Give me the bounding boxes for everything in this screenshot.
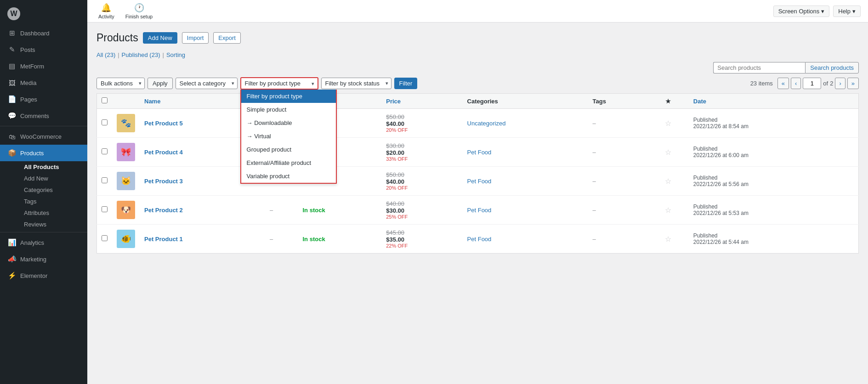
published-date: 2022/12/26 at 5:56 am: [693, 181, 854, 187]
sidebar-item-products[interactable]: 📦 Products: [0, 145, 87, 161]
finish-setup-button[interactable]: 🕐 Finish setup: [122, 2, 156, 20]
prev-page-button[interactable]: ‹: [791, 78, 801, 89]
featured-star-icon[interactable]: ☆: [665, 206, 671, 214]
th-date[interactable]: Date: [689, 94, 859, 109]
sidebar-item-label: WooCommerce: [20, 133, 62, 140]
row-checkbox[interactable]: [102, 148, 108, 154]
sidebar-item-label: Marketing: [20, 256, 46, 263]
featured-star-icon[interactable]: ☆: [665, 148, 671, 156]
row-tags-cell: –: [588, 138, 648, 167]
th-categories: Categories: [463, 94, 588, 109]
filter-stock-status-select[interactable]: Filter by stock status: [321, 78, 391, 89]
dropdown-item-variable-product[interactable]: Variable product: [241, 169, 336, 183]
th-tags: Tags: [588, 94, 648, 109]
activity-label: Activity: [98, 14, 114, 19]
sidebar-item-analytics[interactable]: 📊 Analytics: [0, 234, 87, 251]
price-discount: 25% OFF: [386, 214, 458, 220]
dropdown-item-simple-product[interactable]: Simple product: [241, 103, 336, 116]
sidebar-sub-add-new[interactable]: Add New: [20, 173, 87, 184]
row-checkbox-cell: [97, 225, 113, 254]
sidebar-item-dashboard[interactable]: ⊞ Dashboard: [0, 25, 87, 41]
sidebar-item-media[interactable]: 🖼 Media: [0, 74, 87, 91]
sidebar-sub-categories[interactable]: Categories: [20, 184, 87, 196]
featured-star-icon[interactable]: ☆: [665, 235, 671, 243]
select-category-select[interactable]: Select a category: [176, 78, 238, 89]
screen-options-button[interactable]: Screen Options ▾: [773, 6, 830, 17]
row-checkbox[interactable]: [102, 119, 108, 125]
row-checkbox[interactable]: [102, 206, 108, 212]
finish-setup-icon: 🕐: [134, 3, 144, 13]
category-link[interactable]: Pet Food: [467, 207, 492, 214]
sidebar-sub-tags[interactable]: Tags: [20, 196, 87, 207]
search-button[interactable]: Search products: [805, 62, 859, 73]
sidebar-item-elementor[interactable]: ⚡ Elementor: [0, 267, 87, 284]
filter-button[interactable]: Filter: [394, 78, 418, 89]
apply-button[interactable]: Apply: [148, 78, 173, 89]
add-new-button[interactable]: Add New: [143, 32, 177, 44]
product-name-link[interactable]: Pet Product 5: [144, 120, 183, 127]
export-button[interactable]: Export: [213, 32, 241, 44]
th-price[interactable]: Price: [381, 94, 462, 109]
sorting-filter-link[interactable]: Sorting: [166, 51, 185, 58]
next-page-button[interactable]: ›: [835, 78, 845, 89]
bulk-actions-select[interactable]: Bulk actions: [96, 78, 145, 89]
sidebar-item-label: Comments: [20, 113, 49, 119]
select-all-checkbox[interactable]: [102, 97, 108, 103]
row-checkbox[interactable]: [102, 177, 108, 183]
page-title: Products: [96, 32, 138, 44]
stock-status: In stock: [302, 207, 325, 214]
first-page-button[interactable]: «: [777, 78, 789, 89]
row-date-cell: Published 2022/12/26 at 5:53 am: [689, 196, 859, 225]
category-link[interactable]: Uncategorized: [467, 120, 506, 127]
product-name-link[interactable]: Pet Product 4: [144, 149, 183, 156]
sidebar-item-comments[interactable]: 💬 Comments: [0, 107, 87, 124]
category-link[interactable]: Pet Food: [467, 236, 492, 243]
sidebar-item-woocommerce[interactable]: 🛍 WooCommerce: [0, 128, 87, 145]
select-category-wrap: Select a category: [176, 78, 238, 89]
table-row: 🐶 Pet Product 2 – In stock $40.00 $30.00…: [97, 196, 859, 225]
product-name-link[interactable]: Pet Product 2: [144, 207, 183, 214]
sidebar-item-pages[interactable]: 📄 Pages: [0, 91, 87, 107]
product-name-link[interactable]: Pet Product 3: [144, 178, 183, 185]
import-button[interactable]: Import: [182, 32, 209, 44]
table-row: 🐱 Pet Product 3 – In stock $50.00 $40.00…: [97, 167, 859, 196]
row-name-cell: Pet Product 1: [140, 225, 265, 254]
wp-logo-icon: W: [7, 7, 20, 20]
sidebar-sub-reviews[interactable]: Reviews: [20, 219, 87, 230]
sidebar-sub-attributes[interactable]: Attributes: [20, 207, 87, 219]
sidebar-sub-all-products[interactable]: All Products: [20, 161, 87, 173]
sidebar-item-marketing[interactable]: 📣 Marketing: [0, 251, 87, 267]
published-filter-link[interactable]: Published (23): [122, 51, 160, 58]
table-row: 🎀 Pet Product 4 – In stock $30.00 $20.00…: [97, 138, 859, 167]
featured-star-icon[interactable]: ☆: [665, 177, 671, 185]
product-image: 🐱: [117, 172, 135, 190]
sidebar-item-posts[interactable]: ✎ Posts: [0, 41, 87, 58]
last-page-button[interactable]: »: [847, 78, 859, 89]
published-date: 2022/12/26 at 5:53 am: [693, 210, 854, 216]
price-sale: $40.00: [386, 120, 458, 127]
row-price-cell: $30.00 $20.00 33% OFF: [381, 138, 462, 167]
dropdown-item-downloadable[interactable]: → Downloadable: [241, 116, 336, 130]
sep1: |: [118, 51, 119, 58]
published-date: 2022/12/26 at 5:44 am: [693, 239, 854, 245]
dropdown-item-virtual[interactable]: → Virtual: [241, 130, 336, 143]
published-status: Published: [693, 203, 854, 210]
activity-button[interactable]: 🔔 Activity: [95, 2, 118, 20]
current-page-input[interactable]: [803, 78, 821, 89]
filter-product-type-button[interactable]: Filter by product type: [240, 77, 318, 90]
category-link[interactable]: Pet Food: [467, 178, 492, 185]
product-type-dropdown-menu: Filter by product type Simple product → …: [240, 90, 337, 184]
search-input[interactable]: [713, 62, 805, 73]
price-discount: 20% OFF: [386, 127, 458, 133]
product-name-link[interactable]: Pet Product 1: [144, 236, 183, 243]
dropdown-item-external-affiliate[interactable]: External/Affiliate product: [241, 156, 336, 169]
dropdown-item-grouped-product[interactable]: Grouped product: [241, 143, 336, 156]
help-button[interactable]: Help ▾: [833, 6, 861, 17]
sidebar-item-metform[interactable]: ▤ MetForm: [0, 58, 87, 74]
dropdown-item-filter-by-product-type[interactable]: Filter by product type: [241, 90, 336, 103]
category-link[interactable]: Pet Food: [467, 149, 492, 156]
all-filter-link[interactable]: All (23): [96, 51, 115, 58]
featured-star-icon[interactable]: ☆: [665, 119, 671, 127]
row-checkbox[interactable]: [102, 235, 108, 241]
sidebar-item-label: Posts: [20, 46, 35, 53]
